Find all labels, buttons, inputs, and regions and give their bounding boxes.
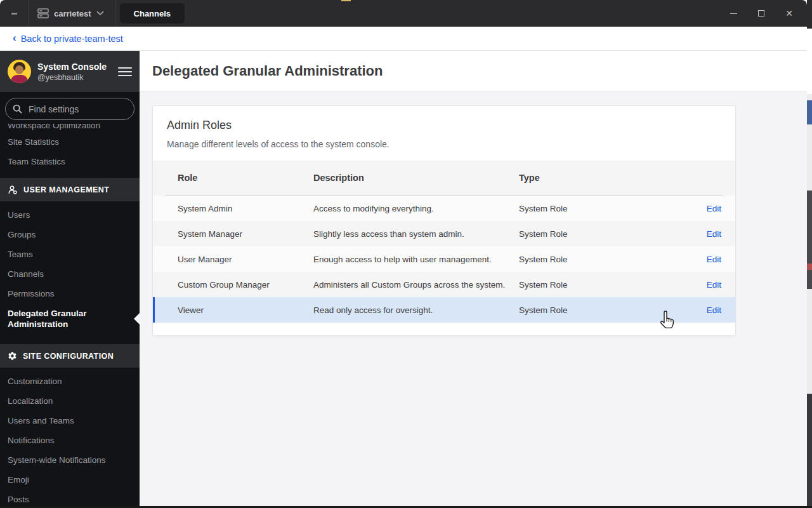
chevron-down-icon	[96, 11, 104, 16]
app-window: carrietest Channels ✕ ‹ Back to private-…	[0, 0, 807, 506]
edit-link[interactable]: Edit	[707, 204, 721, 213]
sidebar-item-users-and-teams[interactable]: Users and Teams	[0, 411, 140, 431]
edit-link[interactable]: Edit	[707, 255, 721, 264]
edit-link[interactable]: Edit	[707, 280, 721, 290]
gear-icon	[8, 351, 17, 361]
description-cell: Read only access for oversight.	[313, 305, 519, 315]
role-cell: System Admin	[178, 204, 313, 213]
type-cell: System Role	[519, 305, 658, 315]
card-footer	[153, 323, 735, 335]
close-button[interactable]: ✕	[775, 0, 803, 27]
sliver-segment	[807, 190, 812, 289]
hamburger-menu-button[interactable]	[118, 67, 132, 76]
sidebar-item-delegated-granular-administration[interactable]: Delegated Granular Administration	[0, 304, 140, 334]
sliver-segment	[807, 394, 812, 508]
sliver-segment	[807, 264, 812, 270]
sidebar-item-localization[interactable]: Localization	[0, 391, 140, 411]
console-username: @yesbhautik	[37, 72, 118, 83]
sliver-segment	[807, 100, 812, 124]
sidebar-item-label: Workspace Optimization	[8, 124, 132, 131]
type-cell: System Role	[519, 280, 658, 290]
search-icon	[13, 104, 22, 114]
avatar-face	[15, 65, 23, 74]
server-dropdown[interactable]: carrietest	[29, 0, 115, 27]
background-window-sliver	[807, 0, 812, 508]
sidebar-item-system-wide-notifications[interactable]: System-wide Notifications	[0, 450, 140, 470]
column-header-role: Role	[178, 173, 313, 183]
page-title: Delegated Granular Administration	[152, 63, 383, 79]
role-cell: Custom Group Manager	[178, 280, 313, 290]
avatar[interactable]	[8, 60, 31, 83]
table-row-user-manager[interactable]: User Manager Enough access to help with …	[153, 246, 735, 272]
table-row-custom-group-manager[interactable]: Custom Group Manager Administers all Cus…	[153, 272, 735, 297]
table-header-row: Role Description Type	[153, 161, 735, 195]
close-icon: ✕	[785, 9, 793, 18]
sidebar-item-teams[interactable]: Teams	[0, 244, 140, 264]
sidebar-item-permissions[interactable]: Permissions	[0, 284, 140, 304]
type-cell: System Role	[519, 204, 658, 213]
description-cell: Access to modifying everything.	[313, 204, 519, 213]
sliver-segment	[807, 29, 812, 94]
table-row-system-admin[interactable]: System Admin Access to modifying everyth…	[153, 196, 735, 221]
hamburger-icon	[118, 75, 132, 76]
role-cell: System Manager	[178, 229, 313, 239]
page-header: Delegated Granular Administration	[140, 51, 807, 92]
sidebar-item-team-statistics[interactable]: Team Statistics	[0, 152, 140, 171]
edit-link[interactable]: Edit	[707, 229, 721, 239]
admin-roles-table: Role Description Type System Admin Acces…	[153, 161, 735, 323]
kebab-menu-icon	[15, 13, 17, 15]
sidebar-item-site-statistics[interactable]: Site Statistics	[0, 132, 140, 152]
search-input[interactable]	[5, 98, 134, 120]
sidebar-item-posts[interactable]: Posts	[0, 490, 140, 506]
section-user-management[interactable]: USER MANAGEMENT	[0, 178, 140, 201]
column-header-type: Type	[519, 173, 658, 183]
sliver-segment	[807, 0, 812, 29]
sidebar-nav: Workspace Optimization Site Statistics T…	[0, 124, 140, 506]
main-area: Delegated Granular Administration Admin …	[140, 51, 807, 506]
tab-label: Channels	[134, 9, 171, 18]
type-cell: System Role	[519, 255, 658, 264]
section-label: SITE CONFIGURATION	[23, 352, 114, 361]
back-bar: ‹ Back to private-team-test	[0, 27, 807, 51]
tab-channels[interactable]: Channels	[120, 3, 185, 23]
section-site-configuration[interactable]: SITE CONFIGURATION	[0, 344, 140, 368]
sidebar-item-customization[interactable]: Customization	[0, 371, 140, 391]
maximize-icon	[758, 10, 764, 17]
server-name: carrietest	[54, 9, 91, 18]
card-subtitle: Manage different levels of access to the…	[167, 139, 721, 149]
hamburger-icon	[118, 71, 132, 72]
table-row-system-manager[interactable]: System Manager Slightly less access than…	[153, 221, 735, 246]
background-artifact	[341, 0, 351, 1]
page-content: Admin Roles Manage different levels of a…	[140, 92, 807, 506]
app-menu-button[interactable]	[0, 0, 28, 27]
role-cell: User Manager	[178, 255, 313, 264]
description-cell: Slightly less access than system admin.	[313, 229, 519, 239]
table-row-viewer[interactable]: Viewer Read only access for oversight. S…	[153, 297, 735, 323]
card-title: Admin Roles	[167, 119, 721, 132]
type-cell: System Role	[519, 229, 658, 239]
console-title: System Console	[37, 61, 118, 72]
description-cell: Enough access to help with user manageme…	[313, 255, 519, 264]
titlebar-divider	[115, 0, 116, 27]
chevron-left-icon: ‹	[13, 32, 16, 43]
titlebar: carrietest Channels ✕	[0, 0, 807, 27]
admin-roles-card: Admin Roles Manage different levels of a…	[152, 105, 736, 336]
minimize-button[interactable]	[719, 0, 747, 27]
sidebar-item-channels[interactable]: Channels	[0, 264, 140, 284]
sidebar-item-emoji[interactable]: Emoji	[0, 470, 140, 490]
sidebar-item-notifications[interactable]: Notifications	[0, 431, 140, 450]
column-header-description: Description	[313, 173, 519, 183]
minimize-icon	[730, 13, 737, 14]
maximize-button[interactable]	[747, 0, 775, 27]
edit-link[interactable]: Edit	[707, 305, 721, 315]
server-icon	[37, 8, 49, 18]
sidebar: System Console @yesbhautik Works	[0, 51, 140, 506]
user-icon	[8, 185, 18, 195]
section-label: USER MANAGEMENT	[23, 185, 109, 194]
sidebar-item-groups[interactable]: Groups	[0, 225, 140, 244]
hamburger-icon	[118, 67, 132, 69]
back-link[interactable]: ‹ Back to private-team-test	[13, 33, 123, 44]
description-cell: Administers all Custom Groups across the…	[313, 280, 519, 290]
sidebar-item-users[interactable]: Users	[0, 205, 140, 225]
sidebar-item-workspace-optimization[interactable]: Workspace Optimization	[0, 124, 140, 132]
